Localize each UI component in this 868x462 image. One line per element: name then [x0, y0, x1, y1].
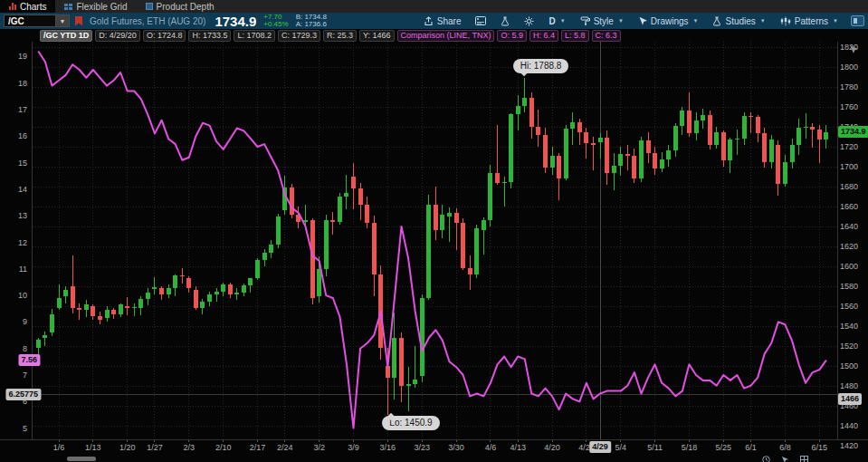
time-tick-label: 1/20: [115, 443, 140, 452]
grid-toggle-icon[interactable]: [800, 456, 808, 462]
time-tick-label: 6/8: [772, 443, 797, 452]
time-tick-label: 2/17: [245, 443, 271, 452]
time-tick-label: 2/10: [211, 443, 236, 452]
time-tick-label: 3/30: [444, 443, 469, 452]
axis-tick-label: 1700: [840, 162, 858, 171]
axis-tick-label: 15: [4, 159, 27, 168]
axis-tick-label: 9: [4, 317, 27, 326]
axis-tick-label: 1660: [840, 202, 858, 211]
axis-tick-label: 10: [4, 291, 27, 300]
time-tick-label: 5/18: [676, 443, 701, 452]
crosshair-comparison-badge: 6.25775: [5, 389, 41, 400]
axis-tick-label: 1600: [840, 262, 858, 271]
low-annotation-bubble: Lo: 1450.9: [382, 416, 439, 430]
time-tick-label: 1/27: [142, 443, 167, 452]
comparison-line: [38, 52, 826, 428]
cursor-icon[interactable]: [781, 456, 789, 462]
axis-pointer-icon[interactable]: [848, 43, 859, 59]
last-price-axis-badge: 1734.9: [838, 126, 868, 138]
axis-tick-label: 1760: [840, 102, 858, 111]
time-tick-label: 2/3: [176, 443, 202, 452]
axis-tick-label: 19: [4, 52, 27, 61]
time-tick-label: 1/6: [46, 443, 72, 452]
time-tick-label: 5/11: [643, 443, 668, 452]
time-tick-label: 2/24: [272, 443, 298, 452]
axis-tick-label: 1580: [840, 282, 858, 291]
time-tick-label: 1/13: [81, 443, 106, 452]
axis-tick-label: 1480: [840, 381, 858, 390]
axis-tick-label: 14: [4, 185, 27, 194]
axis-tick-label: 8: [4, 344, 27, 353]
axis-tick-label: 1800: [840, 63, 858, 72]
time-tick-label: 4/20: [539, 443, 565, 452]
axis-tick-label: 1680: [840, 182, 858, 191]
axis-tick-label: 18: [4, 79, 27, 88]
time-tick-label: 3/23: [409, 443, 434, 452]
axis-tick-label: 1720: [840, 142, 858, 151]
crosshair-date-badge: 4/29: [589, 441, 611, 453]
axis-tick-label: 1540: [840, 322, 858, 331]
high-annotation-bubble: Hi: 1788.8: [513, 59, 569, 73]
time-tick-label: 5/25: [711, 443, 736, 452]
axis-tick-label: 1780: [840, 82, 858, 91]
time-tick-label: 4/13: [505, 443, 530, 452]
time-tick-label: 3/9: [341, 443, 367, 452]
axis-tick-label: 7: [4, 371, 27, 380]
chart-canvas[interactable]: 1918171615141312111098765 18201800178017…: [0, 0, 868, 462]
chart-plot-svg: [0, 0, 868, 462]
axis-tick-label: 5: [4, 424, 27, 433]
clock-icon[interactable]: [762, 456, 770, 462]
axis-tick-label: 1420: [840, 441, 858, 450]
axis-tick-label: 12: [4, 238, 27, 247]
axis-tick-label: 1620: [840, 242, 858, 251]
axis-tick-label: 17: [4, 105, 27, 114]
axis-tick-label: 1500: [840, 361, 858, 371]
time-tick-label: 6/1: [739, 443, 764, 452]
crosshair-price-badge: 1466: [838, 393, 862, 405]
time-tick-label: 3/16: [375, 443, 400, 452]
time-tick-label: 5/4: [608, 443, 634, 452]
chart-bottom-toolbar: [762, 456, 808, 462]
axis-tick-label: 1520: [840, 342, 858, 351]
axis-tick-label: 1440: [840, 421, 858, 430]
time-tick-label: 3/2: [307, 443, 332, 452]
time-axis-scrollbar[interactable]: [67, 457, 96, 461]
axis-tick-label: 11: [4, 265, 27, 274]
time-tick-label: 6/15: [806, 443, 832, 452]
axis-tick-label: 13: [4, 211, 27, 220]
axis-tick-label: 1640: [840, 222, 858, 231]
time-tick-label: 4/6: [478, 443, 503, 452]
comparison-last-badge: 7.56: [18, 354, 40, 366]
axis-tick-label: 1560: [840, 302, 858, 311]
axis-tick-label: 16: [4, 131, 27, 140]
